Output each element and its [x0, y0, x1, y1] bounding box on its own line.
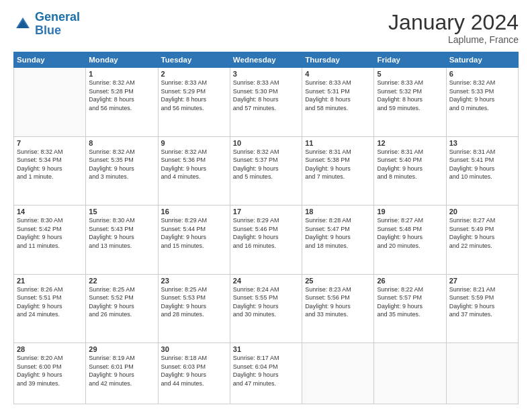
col-thursday: Thursday — [302, 52, 374, 68]
table-row: 14Sunrise: 8:30 AMSunset: 5:42 PMDayligh… — [14, 205, 86, 274]
day-info: Sunrise: 8:23 AMSunset: 5:56 PMDaylight:… — [305, 285, 371, 319]
table-row: 23Sunrise: 8:25 AMSunset: 5:53 PMDayligh… — [158, 274, 230, 342]
day-info: Sunrise: 8:29 AMSunset: 5:44 PMDaylight:… — [161, 216, 227, 250]
table-row: 5Sunrise: 8:33 AMSunset: 5:32 PMDaylight… — [374, 68, 446, 136]
day-info: Sunrise: 8:33 AMSunset: 5:30 PMDaylight:… — [233, 79, 299, 112]
calendar-row-2: 14Sunrise: 8:30 AMSunset: 5:42 PMDayligh… — [14, 205, 519, 274]
table-row: 18Sunrise: 8:28 AMSunset: 5:47 PMDayligh… — [302, 205, 374, 274]
day-info: Sunrise: 8:28 AMSunset: 5:47 PMDaylight:… — [305, 216, 371, 250]
day-number: 30 — [161, 345, 227, 353]
table-row: 10Sunrise: 8:32 AMSunset: 5:37 PMDayligh… — [230, 136, 302, 205]
calendar-row-3: 21Sunrise: 8:26 AMSunset: 5:51 PMDayligh… — [14, 274, 519, 342]
table-row — [302, 342, 374, 404]
day-number: 17 — [233, 208, 299, 216]
location: Laplume, France — [388, 34, 519, 45]
table-row: 9Sunrise: 8:32 AMSunset: 5:36 PMDaylight… — [158, 136, 230, 205]
day-info: Sunrise: 8:25 AMSunset: 5:53 PMDaylight:… — [161, 285, 227, 319]
calendar-row-0: 1Sunrise: 8:32 AMSunset: 5:28 PMDaylight… — [14, 68, 519, 136]
day-info: Sunrise: 8:31 AMSunset: 5:41 PMDaylight:… — [449, 148, 515, 181]
day-info: Sunrise: 8:18 AMSunset: 6:03 PMDaylight:… — [161, 354, 227, 387]
day-number: 8 — [89, 139, 154, 147]
table-row — [14, 68, 86, 136]
day-info: Sunrise: 8:27 AMSunset: 5:48 PMDaylight:… — [377, 216, 443, 250]
day-info: Sunrise: 8:21 AMSunset: 5:59 PMDaylight:… — [449, 285, 515, 319]
title-block: January 2024 Laplume, France — [388, 11, 519, 45]
day-number: 7 — [17, 139, 83, 147]
table-row: 17Sunrise: 8:29 AMSunset: 5:46 PMDayligh… — [230, 205, 302, 274]
table-row: 13Sunrise: 8:31 AMSunset: 5:41 PMDayligh… — [446, 136, 518, 205]
col-monday: Monday — [86, 52, 158, 68]
table-row: 30Sunrise: 8:18 AMSunset: 6:03 PMDayligh… — [158, 342, 230, 404]
header: General Blue January 2024 Laplume, Franc… — [13, 11, 519, 45]
day-info: Sunrise: 8:25 AMSunset: 5:52 PMDaylight:… — [89, 285, 154, 319]
day-number: 4 — [305, 70, 371, 78]
day-info: Sunrise: 8:33 AMSunset: 5:29 PMDaylight:… — [161, 79, 227, 112]
day-number: 15 — [89, 208, 154, 216]
day-number: 9 — [161, 139, 227, 147]
day-info: Sunrise: 8:33 AMSunset: 5:32 PMDaylight:… — [377, 79, 443, 112]
table-row: 7Sunrise: 8:32 AMSunset: 5:34 PMDaylight… — [14, 136, 86, 205]
day-number: 1 — [89, 70, 154, 78]
calendar-row-1: 7Sunrise: 8:32 AMSunset: 5:34 PMDaylight… — [14, 136, 519, 205]
logo-line1: General — [35, 10, 80, 24]
day-info: Sunrise: 8:30 AMSunset: 5:42 PMDaylight:… — [17, 216, 83, 250]
day-number: 29 — [89, 345, 154, 353]
table-row: 16Sunrise: 8:29 AMSunset: 5:44 PMDayligh… — [158, 205, 230, 274]
day-number: 10 — [233, 139, 299, 147]
table-row — [374, 342, 446, 404]
calendar-header-row: Sunday Monday Tuesday Wednesday Thursday… — [14, 52, 519, 68]
col-saturday: Saturday — [446, 52, 518, 68]
day-number: 13 — [449, 139, 515, 147]
day-number: 2 — [161, 70, 227, 78]
calendar-table: Sunday Monday Tuesday Wednesday Thursday… — [13, 52, 519, 404]
page: General Blue January 2024 Laplume, Franc… — [0, 0, 532, 411]
day-info: Sunrise: 8:32 AMSunset: 5:33 PMDaylight:… — [449, 79, 515, 112]
table-row: 26Sunrise: 8:22 AMSunset: 5:57 PMDayligh… — [374, 274, 446, 342]
day-info: Sunrise: 8:24 AMSunset: 5:55 PMDaylight:… — [233, 285, 299, 319]
col-sunday: Sunday — [14, 52, 86, 68]
day-number: 6 — [449, 70, 515, 78]
day-info: Sunrise: 8:22 AMSunset: 5:57 PMDaylight:… — [377, 285, 443, 319]
table-row: 25Sunrise: 8:23 AMSunset: 5:56 PMDayligh… — [302, 274, 374, 342]
table-row: 1Sunrise: 8:32 AMSunset: 5:28 PMDaylight… — [86, 68, 158, 136]
table-row: 20Sunrise: 8:27 AMSunset: 5:49 PMDayligh… — [446, 205, 518, 274]
table-row: 2Sunrise: 8:33 AMSunset: 5:29 PMDaylight… — [158, 68, 230, 136]
day-number: 27 — [449, 277, 515, 285]
day-number: 24 — [233, 277, 299, 285]
day-info: Sunrise: 8:32 AMSunset: 5:37 PMDaylight:… — [233, 148, 299, 181]
col-wednesday: Wednesday — [230, 52, 302, 68]
day-info: Sunrise: 8:32 AMSunset: 5:34 PMDaylight:… — [17, 148, 83, 181]
day-info: Sunrise: 8:31 AMSunset: 5:40 PMDaylight:… — [377, 148, 443, 181]
day-info: Sunrise: 8:31 AMSunset: 5:38 PMDaylight:… — [305, 148, 371, 181]
day-number: 26 — [377, 277, 443, 285]
table-row: 29Sunrise: 8:19 AMSunset: 6:01 PMDayligh… — [86, 342, 158, 404]
day-number: 22 — [89, 277, 154, 285]
day-info: Sunrise: 8:32 AMSunset: 5:35 PMDaylight:… — [89, 148, 154, 181]
table-row: 15Sunrise: 8:30 AMSunset: 5:43 PMDayligh… — [86, 205, 158, 274]
month-title: January 2024 — [388, 11, 519, 34]
day-number: 5 — [377, 70, 443, 78]
day-info: Sunrise: 8:17 AMSunset: 6:04 PMDaylight:… — [233, 354, 299, 387]
day-number: 21 — [17, 277, 83, 285]
day-info: Sunrise: 8:27 AMSunset: 5:49 PMDaylight:… — [449, 216, 515, 250]
logo-icon — [13, 15, 32, 34]
table-row: 19Sunrise: 8:27 AMSunset: 5:48 PMDayligh… — [374, 205, 446, 274]
day-info: Sunrise: 8:26 AMSunset: 5:51 PMDaylight:… — [17, 285, 83, 319]
day-number: 18 — [305, 208, 371, 216]
day-number: 16 — [161, 208, 227, 216]
day-info: Sunrise: 8:30 AMSunset: 5:43 PMDaylight:… — [89, 216, 154, 250]
day-info: Sunrise: 8:29 AMSunset: 5:46 PMDaylight:… — [233, 216, 299, 250]
day-info: Sunrise: 8:19 AMSunset: 6:01 PMDaylight:… — [89, 354, 154, 387]
table-row: 22Sunrise: 8:25 AMSunset: 5:52 PMDayligh… — [86, 274, 158, 342]
table-row: 11Sunrise: 8:31 AMSunset: 5:38 PMDayligh… — [302, 136, 374, 205]
day-info: Sunrise: 8:20 AMSunset: 6:00 PMDaylight:… — [17, 354, 83, 387]
logo: General Blue — [13, 11, 80, 38]
day-info: Sunrise: 8:32 AMSunset: 5:36 PMDaylight:… — [161, 148, 227, 181]
day-number: 28 — [17, 345, 83, 353]
day-number: 25 — [305, 277, 371, 285]
table-row: 27Sunrise: 8:21 AMSunset: 5:59 PMDayligh… — [446, 274, 518, 342]
table-row: 12Sunrise: 8:31 AMSunset: 5:40 PMDayligh… — [374, 136, 446, 205]
day-number: 19 — [377, 208, 443, 216]
table-row: 6Sunrise: 8:32 AMSunset: 5:33 PMDaylight… — [446, 68, 518, 136]
day-number: 11 — [305, 139, 371, 147]
